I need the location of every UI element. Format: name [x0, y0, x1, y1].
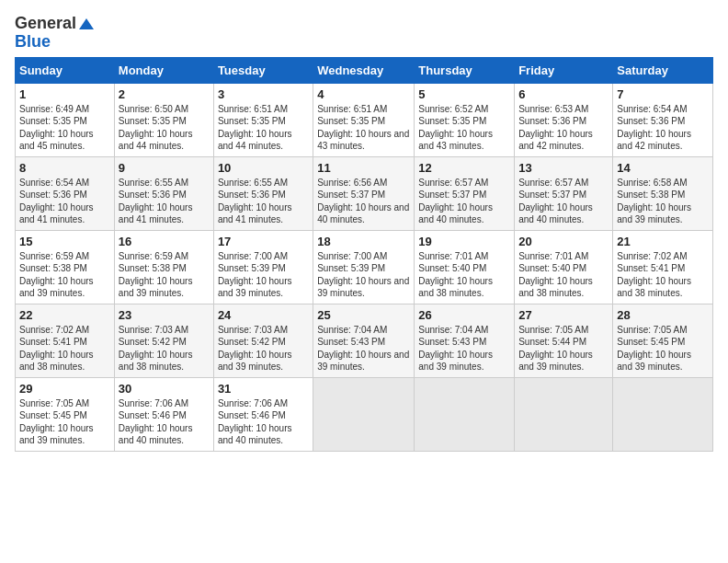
day-info: Sunrise: 7:00 AMSunset: 5:39 PMDaylight:…	[218, 250, 309, 300]
calendar-cell: 8Sunrise: 6:54 AMSunset: 5:36 PMDaylight…	[16, 156, 115, 230]
calendar-cell: 22Sunrise: 7:02 AMSunset: 5:41 PMDayligh…	[16, 304, 115, 377]
weekday-header-monday: Monday	[114, 57, 213, 83]
day-info: Sunrise: 6:54 AMSunset: 5:36 PMDaylight:…	[617, 103, 709, 153]
day-number: 1	[19, 87, 110, 101]
day-info: Sunrise: 7:01 AMSunset: 5:40 PMDaylight:…	[518, 250, 609, 300]
calendar-cell: 3Sunrise: 6:51 AMSunset: 5:35 PMDaylight…	[213, 83, 313, 156]
day-number: 2	[119, 87, 210, 101]
day-number: 26	[418, 308, 510, 322]
day-number: 4	[317, 87, 410, 101]
page-header: General Blue	[15, 15, 713, 52]
day-number: 21	[617, 235, 709, 248]
calendar-cell: 20Sunrise: 7:01 AMSunset: 5:40 PMDayligh…	[515, 230, 613, 304]
day-number: 6	[518, 87, 609, 101]
day-info: Sunrise: 6:49 AMSunset: 5:35 PMDaylight:…	[19, 103, 110, 153]
weekday-header-thursday: Thursday	[415, 57, 515, 83]
day-info: Sunrise: 7:03 AMSunset: 5:42 PMDaylight:…	[119, 324, 210, 373]
calendar-cell: 18Sunrise: 7:00 AMSunset: 5:39 PMDayligh…	[313, 230, 415, 304]
calendar-cell: 6Sunrise: 6:53 AMSunset: 5:36 PMDaylight…	[515, 83, 613, 156]
calendar-cell: 25Sunrise: 7:04 AMSunset: 5:43 PMDayligh…	[313, 304, 415, 377]
day-info: Sunrise: 7:02 AMSunset: 5:41 PMDaylight:…	[617, 250, 709, 300]
calendar-week-row: 8Sunrise: 6:54 AMSunset: 5:36 PMDaylight…	[16, 156, 713, 230]
calendar-table: SundayMondayTuesdayWednesdayThursdayFrid…	[15, 57, 713, 452]
calendar-cell: 9Sunrise: 6:55 AMSunset: 5:36 PMDaylight…	[114, 156, 213, 230]
day-info: Sunrise: 6:54 AMSunset: 5:36 PMDaylight:…	[19, 177, 110, 226]
day-number: 3	[218, 87, 309, 101]
calendar-cell: 29Sunrise: 7:05 AMSunset: 5:45 PMDayligh…	[16, 377, 115, 451]
calendar-cell	[313, 377, 415, 451]
day-info: Sunrise: 7:03 AMSunset: 5:42 PMDaylight:…	[218, 324, 309, 373]
calendar-week-row: 15Sunrise: 6:59 AMSunset: 5:38 PMDayligh…	[16, 230, 713, 304]
logo-text-line2: Blue	[15, 33, 51, 52]
day-info: Sunrise: 6:56 AMSunset: 5:37 PMDaylight:…	[317, 177, 410, 226]
day-info: Sunrise: 6:51 AMSunset: 5:35 PMDaylight:…	[317, 103, 410, 153]
calendar-cell: 15Sunrise: 6:59 AMSunset: 5:38 PMDayligh…	[16, 230, 115, 304]
day-info: Sunrise: 7:04 AMSunset: 5:43 PMDaylight:…	[317, 324, 410, 373]
calendar-cell: 10Sunrise: 6:55 AMSunset: 5:36 PMDayligh…	[213, 156, 313, 230]
day-info: Sunrise: 6:52 AMSunset: 5:35 PMDaylight:…	[418, 103, 510, 153]
day-info: Sunrise: 7:06 AMSunset: 5:46 PMDaylight:…	[218, 397, 309, 447]
calendar-cell: 17Sunrise: 7:00 AMSunset: 5:39 PMDayligh…	[213, 230, 313, 304]
calendar-cell: 7Sunrise: 6:54 AMSunset: 5:36 PMDaylight…	[613, 83, 713, 156]
day-number: 10	[218, 161, 309, 175]
weekday-header-wednesday: Wednesday	[313, 57, 415, 83]
day-info: Sunrise: 6:53 AMSunset: 5:36 PMDaylight:…	[518, 103, 609, 153]
day-number: 18	[317, 235, 410, 248]
day-number: 23	[119, 308, 210, 322]
day-number: 8	[19, 161, 110, 175]
day-info: Sunrise: 7:05 AMSunset: 5:44 PMDaylight:…	[518, 324, 609, 373]
day-number: 14	[617, 161, 709, 175]
day-number: 9	[119, 161, 210, 175]
day-number: 22	[19, 308, 110, 322]
day-info: Sunrise: 7:01 AMSunset: 5:40 PMDaylight:…	[418, 250, 510, 300]
calendar-cell: 31Sunrise: 7:06 AMSunset: 5:46 PMDayligh…	[213, 377, 313, 451]
day-info: Sunrise: 7:02 AMSunset: 5:41 PMDaylight:…	[19, 324, 110, 373]
weekday-header-saturday: Saturday	[613, 57, 713, 83]
logo-text-line1: General	[15, 15, 94, 33]
calendar-cell: 14Sunrise: 6:58 AMSunset: 5:38 PMDayligh…	[613, 156, 713, 230]
day-number: 11	[317, 161, 410, 175]
day-info: Sunrise: 6:57 AMSunset: 5:37 PMDaylight:…	[518, 177, 609, 226]
day-number: 25	[317, 308, 410, 322]
calendar-cell: 27Sunrise: 7:05 AMSunset: 5:44 PMDayligh…	[515, 304, 613, 377]
day-number: 5	[418, 87, 510, 101]
calendar-week-row: 22Sunrise: 7:02 AMSunset: 5:41 PMDayligh…	[16, 304, 713, 377]
day-info: Sunrise: 7:05 AMSunset: 5:45 PMDaylight:…	[19, 397, 110, 447]
day-info: Sunrise: 6:59 AMSunset: 5:38 PMDaylight:…	[19, 250, 110, 300]
calendar-cell: 5Sunrise: 6:52 AMSunset: 5:35 PMDaylight…	[415, 83, 515, 156]
day-info: Sunrise: 6:51 AMSunset: 5:35 PMDaylight:…	[218, 103, 309, 153]
day-number: 16	[119, 235, 210, 248]
day-number: 13	[518, 161, 609, 175]
weekday-header-friday: Friday	[515, 57, 613, 83]
day-number: 31	[218, 382, 309, 396]
day-number: 20	[518, 235, 609, 248]
calendar-cell: 21Sunrise: 7:02 AMSunset: 5:41 PMDayligh…	[613, 230, 713, 304]
day-info: Sunrise: 7:06 AMSunset: 5:46 PMDaylight:…	[119, 397, 210, 447]
calendar-cell: 24Sunrise: 7:03 AMSunset: 5:42 PMDayligh…	[213, 304, 313, 377]
calendar-week-row: 1Sunrise: 6:49 AMSunset: 5:35 PMDaylight…	[16, 83, 713, 156]
day-info: Sunrise: 6:55 AMSunset: 5:36 PMDaylight:…	[119, 177, 210, 226]
day-number: 28	[617, 308, 709, 322]
calendar-cell: 23Sunrise: 7:03 AMSunset: 5:42 PMDayligh…	[114, 304, 213, 377]
weekday-header-sunday: Sunday	[16, 57, 115, 83]
day-number: 7	[617, 87, 709, 101]
logo-graphic: General Blue	[15, 15, 94, 52]
calendar-cell: 2Sunrise: 6:50 AMSunset: 5:35 PMDaylight…	[114, 83, 213, 156]
calendar-cell: 13Sunrise: 6:57 AMSunset: 5:37 PMDayligh…	[515, 156, 613, 230]
calendar-cell: 12Sunrise: 6:57 AMSunset: 5:37 PMDayligh…	[415, 156, 515, 230]
calendar-cell: 26Sunrise: 7:04 AMSunset: 5:43 PMDayligh…	[415, 304, 515, 377]
day-number: 12	[418, 161, 510, 175]
calendar-cell: 30Sunrise: 7:06 AMSunset: 5:46 PMDayligh…	[114, 377, 213, 451]
calendar-cell	[415, 377, 515, 451]
logo: General Blue	[15, 15, 94, 52]
day-info: Sunrise: 6:59 AMSunset: 5:38 PMDaylight:…	[119, 250, 210, 300]
day-number: 19	[418, 235, 510, 248]
calendar-cell: 4Sunrise: 6:51 AMSunset: 5:35 PMDaylight…	[313, 83, 415, 156]
weekday-header-row: SundayMondayTuesdayWednesdayThursdayFrid…	[16, 57, 713, 83]
day-info: Sunrise: 6:55 AMSunset: 5:36 PMDaylight:…	[218, 177, 309, 226]
calendar-cell	[613, 377, 713, 451]
calendar-cell	[515, 377, 613, 451]
day-number: 27	[518, 308, 609, 322]
day-number: 17	[218, 235, 309, 248]
day-info: Sunrise: 6:50 AMSunset: 5:35 PMDaylight:…	[119, 103, 210, 153]
